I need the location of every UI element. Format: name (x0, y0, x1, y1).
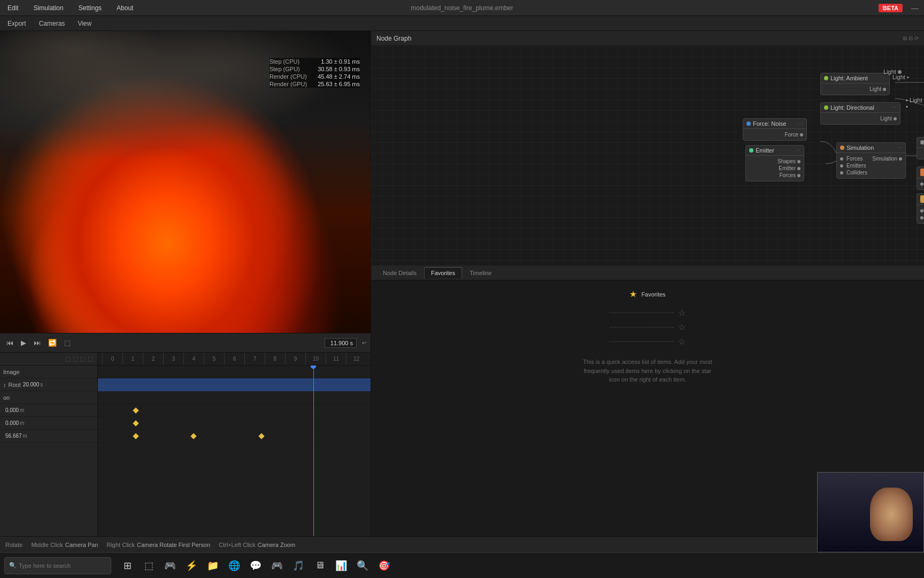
taskbar-icon-windows[interactable]: ⊞ (118, 556, 137, 575)
tl-icon-1[interactable]: ⬚ (65, 355, 71, 362)
node-light-directional[interactable]: Light: Directional ⋯ Light (820, 102, 900, 125)
viewport[interactable]: Step (CPU) 1.30 ± 0.91 ms Step (GPU) 30.… (0, 31, 371, 333)
taskbar-search-input[interactable] (19, 562, 106, 569)
keyframe-2[interactable] (133, 420, 139, 426)
timeline-controls: ⏮ ▶ ⏭ 🔁 ⬚ 11.900 s ↩ (0, 333, 371, 353)
tab-favorites[interactable]: Favorites (424, 267, 462, 278)
favorites-placeholder-3 (610, 341, 674, 343)
time-display[interactable]: 11.900 s (325, 338, 357, 348)
node-directional-menu[interactable]: ⋯ (892, 105, 897, 110)
tab-timeline[interactable]: Timeline (463, 268, 498, 278)
menu-about[interactable]: About (113, 2, 136, 14)
favorites-container: ★ Favorites ☆ ☆ ☆ (380, 289, 915, 384)
node-emitter-menu[interactable]: ⋯ (796, 148, 800, 153)
view-button[interactable]: View (74, 19, 95, 28)
node-ground[interactable]: Ground ✓ Ground (917, 137, 924, 159)
node-graph-header: Node Graph ⊞ ⊟ ⟳ (371, 31, 924, 46)
node-simulation-dot (840, 146, 844, 150)
stat-value-render-gpu: 25.63 ± 6.95 ms (318, 81, 360, 87)
tab-node-details[interactable]: Node Details (376, 268, 423, 278)
track-name-root: ↕ Root 20.000 s (0, 378, 97, 391)
port-volume-mask: Mask Shapes (920, 214, 924, 221)
status-middle-click: Middle Click Camera Pan (31, 542, 98, 548)
port-emitter-shapes: Shapes (749, 158, 800, 165)
menu-edit[interactable]: Edit (4, 2, 22, 14)
taskbar-icon-monitor[interactable]: 🖥 (310, 556, 329, 575)
taskbar-icon-discord[interactable]: 💬 (246, 556, 265, 575)
favorites-star-2[interactable]: ☆ (678, 322, 686, 332)
taskbar-icon-taskview[interactable]: ⬚ (139, 556, 158, 575)
loop-button[interactable]: 🔁 (46, 338, 59, 348)
tracks-area[interactable] (98, 366, 371, 536)
stat-value-step-cpu: 1.30 ± 0.91 ms (321, 58, 360, 65)
play-button[interactable]: ▶ (19, 338, 28, 348)
port-dot-light-ambient (883, 88, 886, 91)
taskbar: 🔍 ⊞ ⬚ 🎮 ⚡ 📁 🌐 💬 🎮 🎵 🖥 📊 🔍 🎯 (0, 552, 924, 578)
tl-icon-4[interactable]: ⬚ (88, 355, 93, 362)
taskbar-icon-target[interactable]: 🎯 (374, 556, 394, 575)
taskbar-icon-media[interactable]: 🎵 (289, 556, 308, 575)
node-light-ambient-header: Light: Ambient ⋯ (821, 73, 889, 83)
ruler-6: 6 (224, 353, 244, 365)
favorites-help-text: This is a quick access list of items. Ad… (578, 358, 717, 384)
secondary-toolbar: Export Cameras View (0, 16, 924, 31)
track-row-on (98, 391, 371, 404)
loop-icon: ↩ (362, 340, 366, 346)
taskbar-icon-steam[interactable]: 🎮 (267, 556, 287, 575)
crop-button[interactable]: ⬚ (62, 338, 73, 348)
taskbar-search[interactable]: 🔍 (4, 557, 111, 574)
port-dot-sim-forces-in (840, 157, 843, 161)
export-button[interactable]: Export (4, 19, 29, 28)
keyframe-3a[interactable] (133, 433, 139, 439)
port-dot-sim-out (899, 157, 902, 161)
node-light-ambient[interactable]: Light: Ambient ⋯ Light (820, 73, 890, 95)
taskbar-icon-app2[interactable]: ⚡ (182, 556, 201, 575)
stat-label-step-gpu: Step (GPU) (270, 66, 300, 72)
node-graph-controls: ⊞ ⊟ ⟳ (903, 35, 919, 41)
favorites-star-3[interactable]: ☆ (678, 337, 686, 347)
keyframe-1[interactable] (133, 407, 139, 413)
status-ctrl-click: Ctrl+Left Click Camera Zoom (219, 542, 295, 548)
node-volume[interactable]: Volume ✓ Simulation Rendering (917, 193, 924, 224)
node-simulation[interactable]: Simulation ⋯ Forces Simulation (836, 142, 906, 179)
webcam-face (870, 488, 913, 541)
port-dot-light-top (898, 70, 902, 74)
taskbar-icon-search2[interactable]: 🔍 (353, 556, 372, 575)
node-force-noise-body: Force (743, 129, 806, 140)
port-shading-lights-in: Lights (920, 181, 924, 187)
node-sim-menu[interactable]: ⋯ (897, 145, 902, 150)
skip-start-button[interactable]: ⏮ (4, 338, 16, 348)
skip-end-button[interactable]: ⏭ (32, 338, 43, 348)
taskbar-icon-app1[interactable]: 🎮 (160, 556, 180, 575)
node-volume-body: Simulation Rendering Mask Shapes (917, 205, 924, 223)
timeline-header: ⬚ ⬚ ⬚ ⬚ 0 1 2 3 4 5 6 7 (0, 353, 371, 366)
close-button[interactable]: — (911, 4, 919, 12)
tl-icon-3[interactable]: ⬚ (80, 355, 86, 362)
node-force-noise[interactable]: Force: Noise ⋯ Force (743, 118, 807, 141)
track-name-on: on (0, 391, 97, 404)
menu-settings[interactable]: Settings (75, 2, 105, 14)
menu-simulation[interactable]: Simulation (30, 2, 67, 14)
favorites-star-1[interactable]: ☆ (678, 308, 686, 318)
port-dot-sim-colliders-in (840, 171, 843, 174)
node-force-noise-label: Force: Noise (753, 120, 786, 127)
taskbar-icon-explorer[interactable]: 📁 (203, 556, 222, 575)
node-force-noise-menu[interactable]: ⋯ (798, 121, 803, 126)
node-graph-area[interactable]: Light: Ambient ⋯ Light Light • (371, 46, 924, 265)
taskbar-icon-chart[interactable]: 📊 (332, 556, 351, 575)
keyframe-3c[interactable] (258, 433, 264, 439)
node-ambient-menu[interactable]: ⋯ (881, 75, 886, 81)
playhead[interactable] (313, 366, 314, 536)
node-emitter[interactable]: Emitter ⋯ Shapes Emitter (745, 145, 804, 181)
node-emitter-body: Shapes Emitter Forces (746, 156, 804, 181)
cameras-button[interactable]: Cameras (36, 19, 68, 28)
port-sim-emitters: Emitters (840, 162, 902, 169)
port-dot-volume-mask-in (920, 216, 923, 219)
tl-icon-2[interactable]: ⬚ (73, 355, 78, 362)
port-sim-emitters-in: Emitters (840, 163, 866, 169)
taskbar-icon-browser[interactable]: 🌐 (225, 556, 244, 575)
keyframe-3b[interactable] (190, 433, 196, 439)
track-row-kf3 (98, 430, 371, 443)
node-shading[interactable]: Shading ✓ Lights Shading (917, 166, 924, 190)
light-connector-label-2: • Light • (906, 97, 924, 110)
